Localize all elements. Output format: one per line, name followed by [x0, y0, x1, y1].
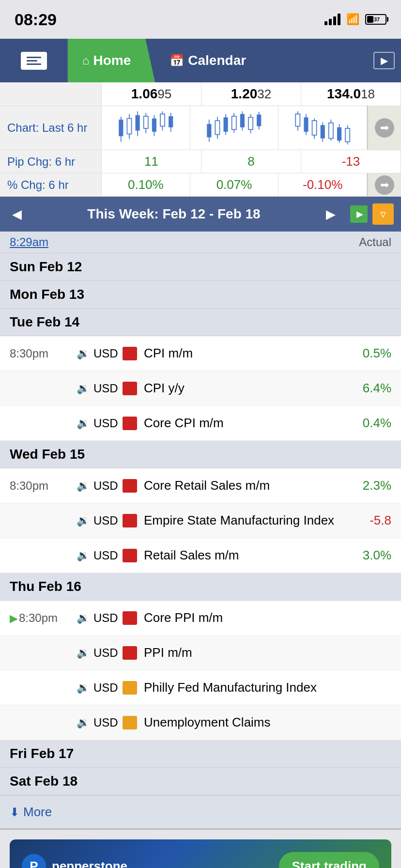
impact-flag-red	[123, 646, 137, 660]
day-header-tue: Tue Feb 14	[0, 309, 401, 336]
event-row[interactable]: 🔉 USD Retail Sales m/m 3.0%	[0, 538, 401, 573]
currency-label: USD	[93, 347, 123, 360]
pct-value-1: 0.07%	[216, 177, 252, 192]
impact-flag-red	[123, 382, 137, 395]
more-label: More	[23, 805, 52, 820]
current-time-link[interactable]: 8:29am	[10, 235, 48, 249]
pip-cell-0[interactable]: 11	[102, 150, 201, 173]
event-row[interactable]: 🔉 USD Empire State Manufacturing Index -…	[0, 503, 401, 538]
market-scroll-button-2[interactable]: ➡	[367, 173, 401, 196]
chart-cell-0[interactable]	[102, 106, 190, 150]
market-scroll-button[interactable]: ➡	[367, 106, 401, 150]
week-navigation: ◀ This Week: Feb 12 - Feb 18 ▶ ▶ ▿	[0, 197, 401, 232]
event-name: Retail Sales m/m	[144, 548, 353, 563]
market-pip-cells: 11 8 -13	[102, 150, 401, 173]
pip-cell-2[interactable]: -13	[301, 150, 401, 173]
currency-label: USD	[93, 681, 123, 695]
market-price-cell-0[interactable]: 1.0695	[102, 82, 201, 106]
svg-rect-3	[127, 119, 131, 134]
event-name: CPI m/m	[144, 346, 353, 361]
play-icon: ▶	[356, 209, 363, 219]
pepperstone-brand-name: pepperstone	[52, 859, 127, 868]
status-time: 08:29	[15, 10, 57, 29]
event-row[interactable]: 🔉 USD Core CPI m/m 0.4%	[0, 406, 401, 441]
pip-value-0: 11	[144, 154, 158, 169]
more-row: ⬇ More	[0, 795, 401, 830]
wifi-icon: 📶	[346, 13, 359, 26]
app-logo[interactable]	[0, 39, 68, 82]
event-name: Core Retail Sales m/m	[144, 478, 353, 493]
scroll-arrow-icon: ➡	[375, 118, 394, 138]
chart-cell-1[interactable]	[190, 106, 279, 150]
event-row[interactable]: 🔉 USD Philly Fed Manufacturing Index	[0, 670, 401, 705]
chart-cell-2[interactable]	[278, 106, 367, 150]
day-header-fri: Fri Feb 17	[0, 740, 401, 768]
tab-calendar-label: Calendar	[188, 53, 246, 68]
prev-week-button[interactable]: ◀	[7, 204, 27, 224]
nav-tabs: ⌂ Home 📅 Calendar	[68, 39, 367, 82]
tab-home[interactable]: ⌂ Home	[68, 39, 155, 82]
pct-cell-2[interactable]: -0.10%	[278, 173, 367, 196]
impact-flag-red	[123, 347, 137, 360]
pepperstone-logo-icon: P	[22, 854, 46, 868]
logo-line	[27, 57, 41, 58]
sound-icon: 🔉	[77, 382, 90, 395]
event-row-current[interactable]: ▶8:30pm 🔉 USD Core PPI m/m	[0, 601, 401, 636]
event-row[interactable]: 🔉 USD Unemployment Claims	[0, 705, 401, 740]
header-right: ▶	[367, 39, 401, 82]
market-price-cell-2[interactable]: 134.018	[301, 82, 401, 106]
next-week-button[interactable]: ▶	[321, 204, 340, 224]
scroll-right-button[interactable]: ▶	[373, 52, 395, 69]
svg-rect-15	[207, 124, 212, 137]
market-price-row: 1.0695 1.2032 134.018	[0, 82, 401, 106]
event-row[interactable]: 🔉 USD CPI y/y 6.4%	[0, 371, 401, 406]
day-header-thu: Thu Feb 16	[0, 573, 401, 601]
play-button[interactable]: ▶	[350, 205, 368, 223]
filter-button[interactable]: ▿	[372, 203, 394, 225]
impact-flag-orange	[123, 716, 137, 729]
svg-rect-29	[295, 114, 300, 126]
header: ⌂ Home 📅 Calendar ▶	[0, 39, 401, 82]
event-row[interactable]: 🔉 USD PPI m/m	[0, 636, 401, 670]
event-value: 3.0%	[353, 548, 391, 563]
svg-rect-19	[224, 117, 228, 132]
svg-rect-13	[169, 116, 173, 127]
svg-rect-39	[337, 127, 341, 140]
currency-label: USD	[93, 716, 123, 729]
start-trading-button[interactable]: Start trading	[279, 852, 379, 868]
pct-cell-0[interactable]: 0.10%	[102, 173, 190, 196]
event-value: 2.3%	[353, 478, 391, 493]
svg-rect-27	[257, 115, 261, 126]
event-row[interactable]: 8:30pm 🔉 USD Core Retail Sales m/m 2.3%	[0, 468, 401, 503]
filter-icon: ▿	[380, 207, 386, 221]
svg-rect-25	[248, 117, 253, 129]
event-value: -5.8	[353, 513, 391, 528]
event-time: 8:30pm	[10, 347, 73, 360]
market-chart-label: Chart: Last 6 hr	[0, 106, 102, 150]
svg-rect-33	[312, 121, 316, 135]
market-price-cells: 1.0695 1.2032 134.018	[102, 82, 401, 106]
svg-rect-1	[119, 120, 123, 136]
svg-rect-5	[135, 115, 139, 131]
market-price-cell-1[interactable]: 1.2032	[201, 82, 301, 106]
sound-icon: 🔉	[77, 647, 90, 659]
market-pip-label: Pip Chg: 6 hr	[0, 150, 102, 173]
pct-cell-1[interactable]: 0.07%	[190, 173, 279, 196]
more-link[interactable]: ⬇ More	[10, 805, 391, 820]
pip-cell-1[interactable]: 8	[201, 150, 301, 173]
currency-label: USD	[93, 514, 123, 527]
ad-banner[interactable]: P pepperstone Start trading	[10, 839, 391, 868]
event-value: 6.4%	[353, 381, 391, 396]
event-name: Empire State Manufacturing Index	[144, 513, 353, 528]
market-chart-row: Chart: Last 6 hr	[0, 106, 401, 150]
currency-label: USD	[93, 549, 123, 562]
sound-icon: 🔉	[77, 514, 90, 527]
pct-value-2: -0.10%	[303, 177, 342, 192]
day-header-mon: Mon Feb 13	[0, 281, 401, 309]
currency-label: USD	[93, 417, 123, 430]
tab-calendar[interactable]: 📅 Calendar	[155, 39, 261, 82]
status-bar: 08:29 📶 37	[0, 0, 401, 39]
signal-bars-icon	[324, 14, 340, 25]
sound-icon: 🔉	[77, 682, 90, 694]
event-row[interactable]: 8:30pm 🔉 USD CPI m/m 0.5%	[0, 336, 401, 371]
